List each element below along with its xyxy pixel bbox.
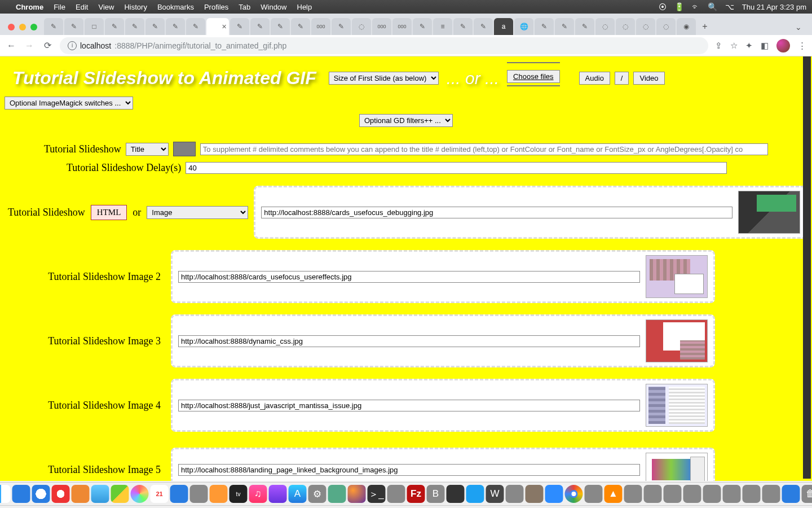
control-center-icon[interactable]: ⌥: [725, 2, 734, 11]
dock-reminders-icon[interactable]: [210, 485, 228, 503]
html-button[interactable]: HTML: [91, 205, 127, 220]
browser-tab[interactable]: ◉: [677, 18, 696, 35]
image-select[interactable]: Image: [147, 206, 248, 219]
bookmark-star-icon[interactable]: ☆: [730, 41, 738, 51]
dock-vlc-icon[interactable]: ▲: [604, 485, 623, 503]
dock-app-icon[interactable]: [664, 485, 682, 503]
title-input[interactable]: [200, 143, 768, 155]
browser-tab[interactable]: ✎: [555, 18, 574, 35]
browser-tab[interactable]: ✎: [125, 18, 144, 35]
browser-tab[interactable]: ✎: [145, 18, 165, 35]
browser-tab[interactable]: ✎: [64, 18, 83, 35]
browser-tab[interactable]: a: [494, 18, 513, 35]
menu-window[interactable]: Window: [261, 3, 286, 11]
image-url-input[interactable]: [178, 335, 640, 347]
browser-tab[interactable]: ✎: [230, 18, 249, 35]
chrome-menu-icon[interactable]: ⋮: [798, 41, 806, 51]
battery-icon[interactable]: 🔋: [674, 2, 684, 11]
dock-contacts-icon[interactable]: [190, 485, 208, 503]
browser-tab[interactable]: 🌐: [514, 18, 533, 35]
profile-avatar[interactable]: [776, 39, 790, 52]
dock-messages-icon[interactable]: [170, 485, 188, 503]
dock-app-icon[interactable]: [506, 485, 524, 503]
browser-tab[interactable]: ✎: [44, 18, 63, 35]
back-button[interactable]: ←: [6, 41, 17, 51]
menu-history[interactable]: History: [124, 3, 147, 11]
image-url-input[interactable]: [178, 400, 640, 411]
gd-filters-select[interactable]: Optional GD filters++ ...: [359, 114, 453, 127]
address-bar[interactable]: i localhost:8888/PHP/animegif/tutorial_t…: [60, 37, 708, 54]
browser-tab[interactable]: ✎: [535, 18, 554, 35]
dock-opera-icon[interactable]: [52, 485, 70, 503]
imagemagick-select[interactable]: Optional ImageMagick switches ...: [5, 97, 133, 110]
image-url-input[interactable]: [178, 464, 640, 476]
dock-app-icon[interactable]: [683, 485, 701, 503]
spotlight-icon[interactable]: 🔍: [708, 2, 717, 11]
dock-terminal-icon[interactable]: ＞_: [368, 485, 386, 503]
close-window-button[interactable]: [8, 24, 15, 30]
audio-button[interactable]: Audio: [579, 72, 610, 85]
size-select[interactable]: Size of First Slide (as below): [329, 72, 439, 85]
delay-input[interactable]: [186, 162, 727, 174]
dock-chrome-icon[interactable]: [565, 485, 583, 503]
browser-tab[interactable]: 000: [372, 18, 391, 35]
color-picker[interactable]: [173, 142, 196, 156]
dock-launchpad-icon[interactable]: [12, 485, 30, 503]
reload-button[interactable]: ⟳: [42, 40, 53, 51]
dock-tv-icon[interactable]: tv: [230, 485, 248, 503]
browser-tab[interactable]: ✎: [332, 18, 351, 35]
dock-safari-icon[interactable]: [32, 485, 50, 503]
dock-maps-icon[interactable]: [111, 485, 129, 503]
image-url-input[interactable]: [178, 271, 640, 283]
browser-tab[interactable]: ✎: [166, 18, 185, 35]
dock-preferences-icon[interactable]: ⚙: [308, 485, 326, 503]
dock-twitter-icon[interactable]: [466, 485, 484, 503]
zoom-window-button[interactable]: [30, 24, 37, 30]
dock-app-icon[interactable]: [328, 485, 346, 503]
dock-app-icon[interactable]: [72, 485, 90, 503]
dock-app-icon[interactable]: [762, 485, 780, 503]
dock-appstore-icon[interactable]: A: [289, 485, 307, 503]
browser-tab[interactable]: ✎: [250, 18, 270, 35]
menu-file[interactable]: File: [54, 3, 65, 11]
dock-wordpress-icon[interactable]: W: [486, 485, 504, 503]
browser-tab[interactable]: ✎: [575, 18, 594, 35]
dock-music-icon[interactable]: ♫: [249, 485, 267, 503]
dock-app-icon[interactable]: [703, 485, 721, 503]
browser-tab[interactable]: ≡: [433, 18, 452, 35]
app-menu[interactable]: Chrome: [16, 3, 43, 11]
wifi-icon[interactable]: ᯤ: [692, 2, 700, 11]
browser-tab[interactable]: □: [85, 18, 104, 35]
screen-record-icon[interactable]: ⦿: [659, 2, 667, 11]
menubar-datetime[interactable]: Thu 21 Apr 3:23 pm: [742, 3, 806, 11]
browser-tab[interactable]: ✎: [291, 18, 310, 35]
browser-tab[interactable]: ◌: [656, 18, 676, 35]
menu-bookmarks[interactable]: Bookmarks: [157, 3, 194, 11]
dock-podcasts-icon[interactable]: [269, 485, 287, 503]
dock-finder-icon[interactable]: [0, 485, 11, 503]
slash-button[interactable]: /: [615, 72, 629, 85]
dock-filezilla-icon[interactable]: Fz: [407, 485, 425, 503]
choose-files-button[interactable]: Choose files: [507, 70, 560, 83]
dock-app-icon[interactable]: [447, 485, 465, 503]
dock-calendar-icon[interactable]: 21: [151, 485, 169, 503]
dock-photos-icon[interactable]: [131, 485, 149, 503]
browser-tab[interactable]: 000: [392, 18, 412, 35]
dock-downloads-icon[interactable]: [782, 485, 800, 503]
sidepanel-icon[interactable]: ◧: [761, 41, 769, 51]
share-icon[interactable]: ⇪: [715, 41, 722, 51]
menu-view[interactable]: View: [98, 3, 114, 11]
browser-tab[interactable]: ◌: [636, 18, 655, 35]
dock-trash-icon[interactable]: 🗑: [802, 485, 813, 503]
image-url-input[interactable]: [261, 207, 732, 218]
minimize-window-button[interactable]: [19, 24, 26, 30]
browser-tab[interactable]: ◌: [616, 18, 635, 35]
browser-tab[interactable]: 000: [311, 18, 330, 35]
browser-tab[interactable]: ✎: [453, 18, 473, 35]
menu-tab[interactable]: Tab: [239, 3, 250, 11]
dock-zoom-icon[interactable]: [545, 485, 563, 503]
browser-tab[interactable]: ✎: [413, 18, 432, 35]
dock-app-icon[interactable]: [585, 485, 603, 503]
browser-tab[interactable]: ✎: [474, 18, 493, 35]
menu-edit[interactable]: Edit: [76, 3, 88, 11]
